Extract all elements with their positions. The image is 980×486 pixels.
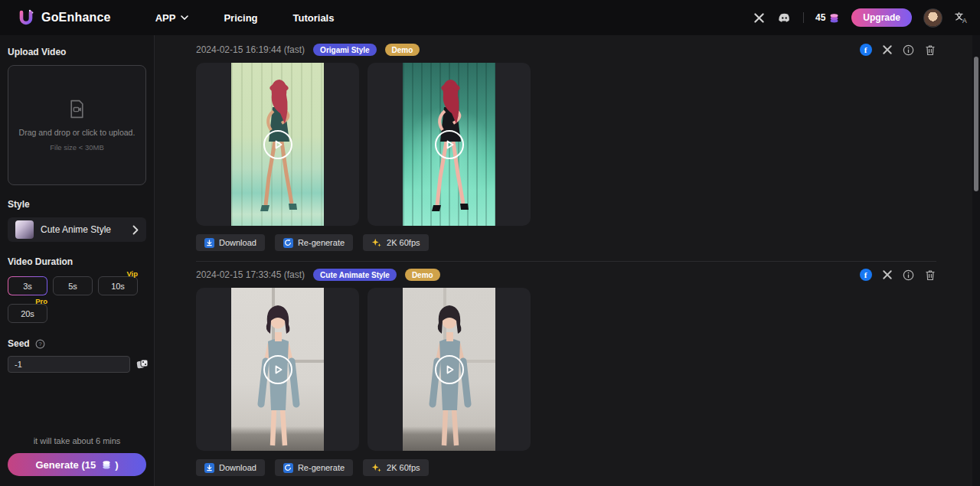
regenerate-button[interactable]: Re-generate (275, 234, 353, 251)
discord-icon[interactable] (778, 11, 792, 24)
generate-label-close: ) (115, 459, 118, 471)
result-row-header: 2024-02-15 17:33:45 (fast) Cute Animate … (196, 268, 936, 282)
nav-menu: APP Pricing Tutorials (155, 12, 335, 24)
user-avatar[interactable] (923, 8, 942, 28)
random-seed-dice-icon[interactable] (136, 358, 149, 370)
result-row-header: 2024-02-15 16:19:44 (fast) Origami Style… (196, 43, 936, 57)
generate-button[interactable]: Generate (15 ) (8, 453, 146, 476)
download-button[interactable]: Download (196, 459, 265, 476)
navbar: GoEnhance APP Pricing Tutorials 45 (0, 0, 980, 35)
duration-option-3s[interactable]: 3s (8, 276, 47, 295)
credits-value: 45 (815, 12, 825, 23)
nav-item-app-label: APP (155, 12, 176, 24)
info-icon[interactable] (902, 44, 915, 57)
regenerate-label: Re-generate (298, 238, 345, 247)
nav-separator (803, 12, 804, 23)
upload-video-label: Upload Video (8, 47, 146, 57)
row-divider (196, 261, 936, 262)
results-panel: 2024-02-15 16:19:44 (fast) Origami Style… (155, 35, 972, 486)
play-button[interactable] (263, 130, 292, 159)
x-twitter-icon[interactable] (753, 11, 766, 24)
regenerate-label: Re-generate (298, 463, 345, 472)
upload-size-limit: File size < 30MB (50, 143, 104, 152)
help-icon[interactable]: ? (35, 339, 45, 349)
refresh-icon (283, 238, 293, 248)
download-label: Download (219, 238, 256, 247)
video-card-original[interactable] (368, 63, 531, 226)
coin-icon (101, 459, 112, 470)
video-file-icon (67, 99, 87, 119)
nav-item-app[interactable]: APP (155, 12, 189, 24)
download-button[interactable]: Download (196, 234, 265, 251)
video-card-stylized[interactable] (196, 288, 359, 451)
style-badge: Origami Style (313, 44, 376, 56)
scrollbar-thumb[interactable] (974, 57, 978, 191)
duration-option-10s[interactable]: 10s Vip (98, 276, 138, 295)
duration-3s-label: 3s (23, 282, 32, 291)
duration-5s-label: 5s (68, 282, 77, 291)
seed-label: Seed (8, 338, 30, 349)
svg-text:A: A (962, 17, 967, 24)
sparkles-icon (371, 237, 382, 248)
upscale-button[interactable]: 2K 60fps (363, 459, 428, 476)
result-actions: f (859, 44, 936, 57)
nav-item-pricing[interactable]: Pricing (224, 12, 257, 24)
duration-20s-label: 20s (21, 309, 34, 318)
upscale-label: 2K 60fps (387, 463, 420, 472)
vip-tag: Vip (126, 269, 138, 278)
share-x-icon[interactable] (880, 44, 893, 57)
nav-item-tutorials-label: Tutorials (293, 12, 335, 24)
scrollbar-track (972, 35, 980, 486)
eta-text: it will take about 6 mins (8, 436, 146, 445)
download-icon (204, 238, 214, 248)
demo-badge: Demo (385, 44, 420, 56)
seed-input[interactable] (8, 356, 130, 373)
result-videos (196, 63, 936, 226)
nav-item-tutorials[interactable]: Tutorials (293, 12, 335, 24)
result-buttons: Download Re-generate 2K 60fps (196, 459, 936, 476)
share-facebook-icon[interactable]: f (859, 44, 872, 57)
duration-option-5s[interactable]: 5s (53, 276, 93, 295)
style-badge: Cute Animate Style (313, 269, 397, 281)
video-duration-label: Video Duration (8, 256, 146, 267)
chevron-right-icon (132, 225, 139, 235)
delete-icon[interactable] (923, 269, 936, 282)
coin-icon (828, 12, 840, 24)
upscale-label: 2K 60fps (387, 238, 420, 247)
play-button[interactable] (435, 130, 464, 159)
brand-logo[interactable]: GoEnhance (17, 8, 111, 27)
language-icon[interactable]: A (954, 11, 968, 24)
upscale-button[interactable]: 2K 60fps (363, 234, 428, 251)
download-label: Download (219, 463, 256, 472)
download-icon (204, 463, 214, 473)
credits-counter[interactable]: 45 (815, 12, 840, 24)
duration-options: 3s 5s 10s Vip 20s Pro (8, 276, 147, 323)
demo-badge: Demo (405, 269, 440, 281)
upgrade-button[interactable]: Upgrade (851, 8, 912, 27)
result-videos (196, 288, 936, 451)
result-buttons: Download Re-generate 2K 60fps (196, 234, 936, 251)
sparkles-icon (371, 462, 382, 473)
goenhance-logo-icon (17, 8, 35, 27)
style-selector[interactable]: Cute Anime Style (8, 217, 146, 242)
style-value: Cute Anime Style (41, 224, 111, 235)
share-x-icon[interactable] (880, 269, 893, 282)
svg-text:?: ? (38, 341, 41, 347)
sidebar: Upload Video Drag and drop or click to u… (0, 35, 155, 486)
upload-dropzone[interactable]: Drag and drop or click to upload. File s… (8, 65, 146, 185)
video-card-original[interactable] (368, 288, 531, 451)
delete-icon[interactable] (923, 44, 936, 57)
video-card-stylized[interactable] (196, 63, 359, 226)
play-button[interactable] (435, 355, 464, 384)
upload-hint: Drag and drop or click to upload. (19, 128, 136, 137)
generate-label: Generate (15 (35, 459, 96, 471)
duration-option-20s[interactable]: 20s Pro (8, 304, 47, 323)
info-icon[interactable] (902, 269, 915, 282)
regenerate-button[interactable]: Re-generate (275, 459, 353, 476)
brand-name: GoEnhance (41, 11, 111, 24)
duration-10s-label: 10s (111, 282, 125, 291)
refresh-icon (283, 463, 293, 473)
nav-item-pricing-label: Pricing (224, 12, 257, 24)
play-button[interactable] (263, 355, 292, 384)
share-facebook-icon[interactable]: f (859, 269, 872, 282)
